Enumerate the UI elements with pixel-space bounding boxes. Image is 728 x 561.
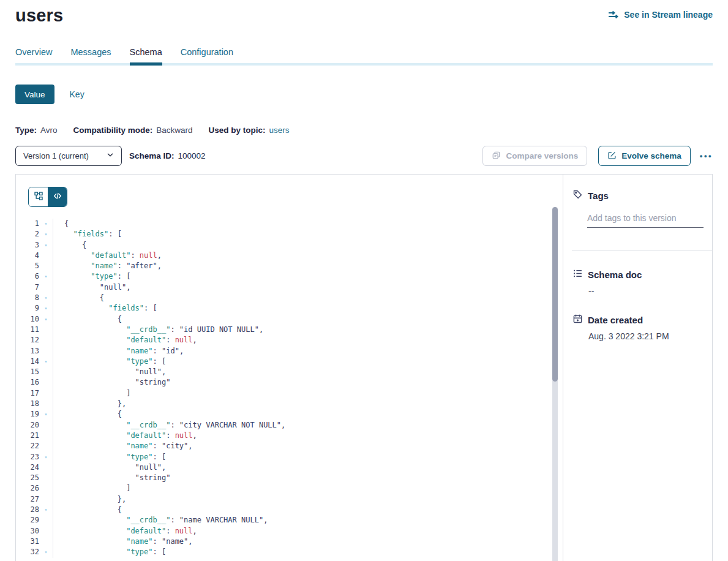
fold-spacer: [39, 261, 53, 271]
code-line: 32▾ "type": [: [16, 547, 563, 557]
code-text: "type": [: [53, 356, 166, 367]
schema-panel: 1▾{2▾ "fields": [3▾ {4 "default": null,5…: [15, 174, 713, 561]
fold-caret-icon[interactable]: ▾: [39, 219, 53, 229]
line-number: 28: [16, 505, 39, 515]
code-text: "default": null,: [53, 250, 162, 261]
see-in-stream-lineage-link[interactable]: See in Stream lineage: [608, 10, 713, 20]
fold-caret-icon[interactable]: ▾: [39, 303, 53, 314]
code-view-icon: [53, 191, 62, 203]
code-text: "name": "city",: [53, 441, 193, 451]
code-text: {: [53, 314, 122, 325]
key-tab-button[interactable]: Key: [70, 89, 84, 99]
evolve-schema-button[interactable]: Evolve schema: [598, 146, 691, 166]
code-text: "default": null,: [53, 526, 197, 537]
code-view-button[interactable]: [48, 187, 67, 206]
code-line: 14▾ "type": [: [16, 356, 563, 367]
code-line: 3▾ {: [16, 240, 563, 250]
code-line: 28▾ {: [16, 505, 563, 515]
line-number: 24: [16, 462, 39, 473]
fold-spacer: [39, 388, 53, 399]
tab-overview[interactable]: Overview: [15, 47, 52, 66]
line-number: 16: [16, 377, 39, 388]
version-select[interactable]: Version 1 (current): [15, 146, 122, 166]
code-text: {: [53, 293, 104, 303]
compare-versions-button[interactable]: Compare versions: [482, 146, 587, 166]
line-number: 10: [16, 314, 39, 325]
fold-caret-icon[interactable]: ▾: [39, 271, 53, 282]
list-icon: [572, 268, 583, 280]
code-line: 10▾ {: [16, 314, 563, 325]
tab-configuration[interactable]: Configuration: [181, 47, 233, 66]
code-text: "string": [53, 377, 170, 388]
line-number: 9: [16, 303, 39, 314]
line-number: 22: [16, 441, 39, 451]
code-text: "null",: [53, 462, 166, 473]
tag-icon: [572, 189, 583, 201]
fold-caret-icon[interactable]: ▾: [39, 240, 53, 250]
tab-schema[interactable]: Schema: [130, 47, 162, 66]
line-number: 17: [16, 388, 39, 399]
used-by-topic-link[interactable]: users: [269, 126, 290, 135]
fold-caret-icon[interactable]: ▾: [39, 229, 53, 239]
line-number: 19: [16, 409, 39, 420]
view-toggle: [28, 187, 67, 207]
code-text: "null",: [53, 367, 166, 377]
tags-title: Tags: [588, 190, 609, 201]
tab-underline-bar: [15, 63, 713, 66]
code-text: ]: [53, 483, 130, 494]
line-number: 11: [16, 325, 39, 335]
fold-spacer: [39, 515, 53, 525]
code-pane: 1▾{2▾ "fields": [3▾ {4 "default": null,5…: [16, 175, 563, 561]
line-number: 26: [16, 483, 39, 494]
code-line: 24 "null",: [16, 462, 563, 473]
line-number: 21: [16, 431, 39, 441]
stream-lineage-icon: [608, 10, 619, 19]
edit-pencil-icon: [607, 151, 617, 162]
schema-id-label: Schema ID:: [129, 151, 174, 160]
compare-versions-label: Compare versions: [506, 151, 578, 160]
page: users See in Stream lineage OverviewMess…: [0, 0, 728, 561]
compatibility-label: Compatibility mode:: [73, 126, 153, 135]
add-tags-input[interactable]: [587, 213, 704, 228]
fold-caret-icon[interactable]: ▾: [39, 293, 53, 303]
code-text: "__crdb__": "city VARCHAR NOT NULL",: [53, 420, 285, 431]
fold-spacer: [39, 377, 53, 388]
fold-spacer: [39, 473, 53, 483]
fold-caret-icon[interactable]: ▾: [39, 505, 53, 515]
sidebar-divider: [572, 250, 712, 250]
tab-messages[interactable]: Messages: [70, 47, 111, 66]
fold-caret-icon[interactable]: ▾: [39, 356, 53, 367]
line-number: 7: [16, 282, 39, 293]
code-line: 20 "__crdb__": "city VARCHAR NOT NULL",: [16, 420, 563, 431]
code-line: 13 "name": "id",: [16, 346, 563, 356]
more-options-button[interactable]: •••: [700, 151, 713, 160]
code-text: "default": null,: [53, 335, 197, 345]
fold-spacer: [39, 335, 53, 345]
code-text: {: [53, 409, 122, 420]
fold-caret-icon[interactable]: ▾: [39, 409, 53, 420]
code-line: 26 ]: [16, 483, 563, 494]
code-line: 17 ]: [16, 388, 563, 399]
code-line: 19▾ {: [16, 409, 563, 420]
fold-caret-icon[interactable]: ▾: [39, 452, 53, 462]
fold-caret-icon[interactable]: ▾: [39, 547, 53, 557]
line-number: 3: [16, 240, 39, 250]
code-line: 16 "string": [16, 377, 563, 388]
tree-view-button[interactable]: [29, 187, 48, 206]
used-by-topic-label: Used by topic:: [209, 126, 266, 135]
line-number: 5: [16, 261, 39, 271]
code-line: 8▾ {: [16, 293, 563, 303]
code-line: 31 "name": "name",: [16, 537, 563, 547]
code-text: "name": "after",: [53, 261, 162, 271]
line-number: 2: [16, 229, 39, 239]
version-bar: Version 1 (current) Schema ID: 100002: [15, 146, 713, 166]
fold-caret-icon[interactable]: ▾: [39, 314, 53, 325]
scrollbar-thumb[interactable]: [552, 207, 558, 382]
fold-spacer: [39, 441, 53, 451]
code-line: 11 "__crdb__": "id UUID NOT NULL",: [16, 325, 563, 335]
compatibility-value: Backward: [156, 126, 192, 135]
code-text: "__crdb__": "name VARCHAR NULL",: [53, 515, 268, 525]
value-tab-button[interactable]: Value: [15, 85, 54, 104]
scrollbar-track[interactable]: [552, 207, 558, 561]
code-text: "type": [: [53, 271, 130, 282]
